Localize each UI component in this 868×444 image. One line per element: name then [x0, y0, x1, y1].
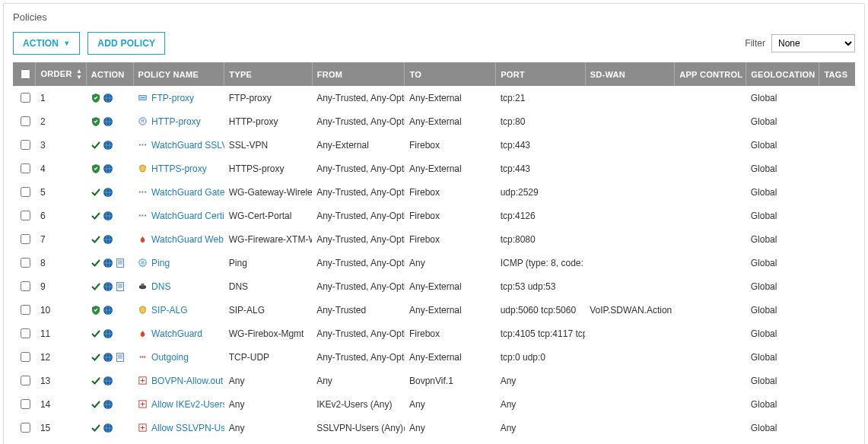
- cell-sdwan: [585, 392, 675, 416]
- cell-sdwan: [585, 369, 675, 392]
- policy-name-link[interactable]: HTTPS-proxy: [151, 163, 207, 174]
- cell-geo: Global: [746, 133, 819, 157]
- table-row[interactable]: 15Allow SSLVPN-UsersAnySSLVPN-Users (Any…: [13, 416, 855, 439]
- select-all-checkbox[interactable]: [21, 69, 30, 79]
- policy-name-link[interactable]: HTTP-proxy: [151, 116, 201, 127]
- cell-tags: [819, 157, 855, 180]
- cell-geo: Global: [746, 109, 819, 133]
- policy-name-link[interactable]: Outgoing: [151, 352, 189, 363]
- table-row[interactable]: 1FTP-proxyFTP-proxyAny-Trusted, Any-Opti…: [13, 86, 855, 109]
- cell-port: tcp:0 udp:0: [496, 345, 586, 369]
- header-action[interactable]: ACTION: [86, 62, 133, 86]
- table-row[interactable]: 11WatchGuardWG-Firebox-MgmtAny-Trusted, …: [13, 322, 855, 345]
- table-row[interactable]: 12OutgoingTCP-UDPAny-Trusted, Any-OptioA…: [13, 345, 855, 369]
- row-checkbox[interactable]: [21, 399, 30, 409]
- row-checkbox[interactable]: [21, 258, 30, 268]
- table-row[interactable]: 3WatchGuard SSLVPNSSL-VPNAny-ExternalFir…: [13, 133, 855, 157]
- header-tags[interactable]: TAGS: [819, 62, 855, 86]
- policy-name-link[interactable]: Allow IKEv2-Users: [151, 399, 224, 410]
- row-checkbox[interactable]: [21, 140, 30, 150]
- cell-sdwan: [585, 345, 675, 369]
- table-row[interactable]: 9DNSDNSAny-Trusted, Any-OptioAny-Externa…: [13, 274, 855, 298]
- row-checkbox[interactable]: [21, 234, 30, 244]
- table-row[interactable]: 4HTTPS-proxyHTTPS-proxyAny-Trusted, Any-…: [13, 157, 855, 180]
- header-select-all[interactable]: [13, 62, 36, 86]
- cell-port: Any: [496, 392, 586, 416]
- table-row[interactable]: 8PingPingAny-Trusted, Any-OptioAnyICMP (…: [13, 251, 855, 274]
- cell-order: 16: [36, 439, 86, 444]
- policy-name-link[interactable]: FTP-proxy: [151, 93, 194, 103]
- table-row[interactable]: 6WatchGuard CertificWG-Cert-PortalAny-Tr…: [13, 204, 855, 227]
- cell-sdwan: [585, 133, 675, 157]
- cell-order: 6: [36, 204, 86, 227]
- cell-appctl: [675, 439, 746, 444]
- policy-name-link[interactable]: BOVPN-Allow.out: [151, 376, 223, 386]
- header-policy-name[interactable]: POLICY NAME: [133, 62, 224, 86]
- document-icon: [115, 258, 126, 268]
- header-type[interactable]: TYPE: [224, 62, 312, 86]
- table-row[interactable]: 10SIP-ALGSIP-ALGAny-TrustedAny-Externalu…: [13, 298, 855, 322]
- table-row[interactable]: 5WatchGuard GatewaWG-Gateway-Wireless-An…: [13, 180, 855, 204]
- row-checkbox[interactable]: [21, 116, 30, 126]
- table-row[interactable]: 2HHTTP-proxyHTTP-proxyAny-Trusted, Any-O…: [13, 109, 855, 133]
- header-port[interactable]: PORT: [496, 62, 586, 86]
- cell-tags: [819, 251, 855, 274]
- cell-appctl: [675, 204, 746, 227]
- cell-appctl: [675, 109, 746, 133]
- cell-type: HTTP-proxy: [224, 109, 312, 133]
- table-row[interactable]: 13BOVPN-Allow.outAnyAnyBovpnVif.1AnyGlob…: [13, 369, 855, 392]
- header-app-control[interactable]: APP CONTROL: [675, 62, 746, 86]
- cell-geo: Global: [746, 180, 819, 204]
- dots-icon: [138, 140, 148, 150]
- cell-action: [86, 251, 133, 274]
- globe-icon: [103, 140, 113, 151]
- policy-name-link[interactable]: WatchGuard: [151, 328, 202, 339]
- cell-action: [86, 274, 133, 298]
- policy-name-link[interactable]: WatchGuard SSLVPN: [151, 140, 224, 151]
- policy-name-link[interactable]: Allow SSLVPN-Users: [151, 423, 224, 433]
- policy-name-link[interactable]: DNS: [151, 281, 170, 292]
- row-checkbox[interactable]: [21, 423, 30, 433]
- row-checkbox[interactable]: [21, 281, 30, 291]
- policy-name-link[interactable]: WatchGuard Certific: [151, 211, 224, 221]
- header-to[interactable]: TO: [405, 62, 496, 86]
- cell-geo: Global: [746, 322, 819, 345]
- cell-sdwan: [585, 227, 675, 251]
- cell-to: Firebox: [405, 227, 496, 251]
- policy-name-link[interactable]: WatchGuard Web UI: [151, 234, 224, 245]
- cell-to: Any-External: [405, 109, 496, 133]
- cell-order: 1: [36, 86, 86, 109]
- row-checkbox[interactable]: [21, 328, 30, 338]
- cell-type: Ping: [224, 251, 312, 274]
- cell-from: Any-External: [312, 133, 405, 157]
- cell-action: [86, 133, 133, 157]
- header-geolocation[interactable]: GEOLOCATION: [746, 62, 819, 86]
- row-checkbox[interactable]: [21, 211, 30, 220]
- policy-name-link[interactable]: SIP-ALG: [151, 305, 187, 316]
- row-checkbox[interactable]: [21, 187, 30, 197]
- cell-type: SSL-VPN: [224, 133, 312, 157]
- cell-order: 14: [36, 392, 86, 416]
- cell-appctl: [675, 416, 746, 439]
- header-from[interactable]: FROM: [312, 62, 405, 86]
- table-row[interactable]: 7WatchGuard Web UIWG-Fireware-XTM-WelAny…: [13, 227, 855, 251]
- row-checkbox[interactable]: [21, 163, 30, 173]
- cell-policy-name: WatchGuard: [133, 322, 224, 345]
- header-order[interactable]: ORDER ▲▼: [36, 62, 86, 86]
- table-row[interactable]: 14Allow IKEv2-UsersAnyIKEv2-Users (Any)A…: [13, 392, 855, 416]
- policy-name-link[interactable]: Ping: [151, 258, 170, 268]
- action-dropdown-button[interactable]: ACTION ▼: [13, 32, 80, 55]
- header-sdwan[interactable]: SD-WAN: [585, 62, 675, 86]
- document-icon: [115, 281, 126, 292]
- cell-sdwan: [585, 439, 675, 444]
- add-policy-button[interactable]: ADD POLICY: [87, 32, 165, 55]
- firebox-icon: [138, 234, 148, 244]
- filter-select[interactable]: None: [771, 34, 855, 52]
- cell-policy-name: WatchGuard SSLVPN: [133, 133, 224, 157]
- policy-name-link[interactable]: WatchGuard Gatewa: [151, 187, 224, 198]
- row-checkbox[interactable]: [21, 376, 30, 385]
- row-checkbox[interactable]: [21, 352, 30, 362]
- table-row[interactable]: 16BOVPN-Allow.inAnyBovpnVif.1AnyAnyGloba…: [13, 439, 855, 444]
- row-checkbox[interactable]: [21, 93, 30, 103]
- row-checkbox[interactable]: [21, 305, 30, 315]
